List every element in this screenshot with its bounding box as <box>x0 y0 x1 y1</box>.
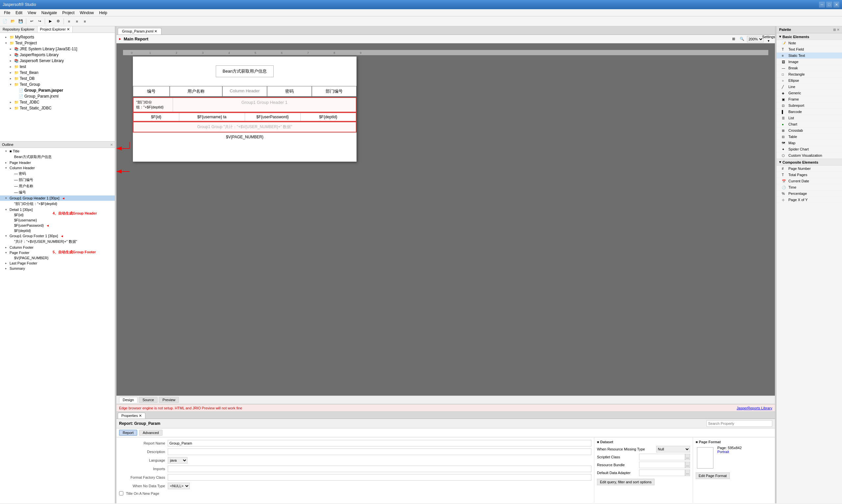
palette-spiderchart[interactable]: ✦ Spider Chart <box>776 146 842 152</box>
outline-bianho-item[interactable]: — 编号 <box>0 189 115 196</box>
menu-edit[interactable]: Edit <box>13 10 25 16</box>
outline-detail1-item[interactable]: ▾ Detail 1 [30px] <box>0 207 115 212</box>
input-dataadapter[interactable] <box>639 469 685 476</box>
palette-pagexy[interactable]: ⊹ Page X of Y <box>776 197 842 203</box>
col-header-4[interactable]: 部门编号 <box>312 86 357 96</box>
tab-preview[interactable]: Preview <box>159 397 179 403</box>
outline-colfooter-item[interactable]: ▸ Column Footer <box>0 245 115 250</box>
menu-view[interactable]: View <box>25 10 39 16</box>
palette-time[interactable]: 🕐 Time <box>776 184 842 191</box>
composite-elements-section[interactable]: ▾ Composite Elements <box>776 159 842 166</box>
menu-help[interactable]: Help <box>97 10 110 16</box>
outline-group1header-item[interactable]: ▾ Group1 Group Header 1 [30px] ◄ <box>0 196 115 201</box>
tree-item-teststaticjdbc[interactable]: ▸📁 Test_Static_JDBC <box>0 105 115 111</box>
select-language[interactable]: java groovy <box>168 457 188 464</box>
menu-file[interactable]: File <box>1 10 13 16</box>
palette-generic[interactable]: ◈ Generic <box>776 90 842 96</box>
zoom-fit-button[interactable]: ⊞ <box>730 35 737 43</box>
outline-summary-item[interactable]: ▸ Summary <box>0 266 115 271</box>
project-explorer-tab[interactable]: Project Explorer ✕ <box>37 26 73 33</box>
settings-button[interactable]: Settings ▾ <box>765 35 772 43</box>
run-button[interactable]: ▶ <box>47 18 54 25</box>
undo-button[interactable]: ↩ <box>28 18 35 25</box>
props-subtab-report[interactable]: Report <box>119 430 137 436</box>
palette-statictext[interactable]: ≡ Static Text <box>776 53 842 59</box>
tree-item-test[interactable]: ▸📁 test <box>0 64 115 70</box>
input-resourcebundle[interactable] <box>639 462 685 468</box>
palette-ellipse[interactable]: ○ Ellipse <box>776 77 842 84</box>
tree-item-groupparam-jrxml[interactable]: 📄 Group_Param.jrxml <box>0 93 115 99</box>
resourcebundle-browse-btn[interactable]: … <box>685 462 690 468</box>
tree-item-testdb[interactable]: ▸📁 Test_DB <box>0 76 115 82</box>
detail-cell-deptid[interactable]: $F{deptId} <box>300 113 356 121</box>
palette-table[interactable]: ⊟ Table <box>776 134 842 140</box>
outline-deptnumber-item[interactable]: — 部门编号 <box>0 177 115 183</box>
outline-bean-item[interactable]: Bean方式获取用户信息 <box>0 154 115 160</box>
outline-deptid-expr[interactable]: "部门ID分组："+$F{deptId} <box>0 201 115 207</box>
input-description[interactable] <box>168 449 591 455</box>
tree-item-jre-lib[interactable]: ▸📚 JRE System Library [JavaSE-11] <box>0 46 115 52</box>
col-header-2[interactable]: 用户名称 <box>170 86 222 96</box>
editor-tab-groupparam[interactable]: Group_Param.jrxml ✕ <box>118 28 161 35</box>
palette-percentage[interactable]: % Percentage <box>776 191 842 197</box>
select-whennodata[interactable]: <NULL> <box>168 483 190 489</box>
outline-nodata-item[interactable]: ▸ No Data <box>0 271 115 272</box>
palette-subreport[interactable]: ⊡ Subreport <box>776 103 842 109</box>
outline-pagenum-item[interactable]: $V{PAGE_NUMBER} <box>0 255 115 260</box>
palette-totalpages[interactable]: T Total Pages <box>776 172 842 178</box>
tree-item-groupparam-jasper[interactable]: 📄 Group_Param.jasper <box>0 87 115 93</box>
minimize-button[interactable]: ─ <box>819 2 825 7</box>
align-right-button[interactable]: ≡ <box>81 18 88 25</box>
tab-design[interactable]: Design <box>119 397 137 403</box>
palette-currentdate[interactable]: 📅 Current Date <box>776 178 842 184</box>
checkbox-titleonnewpage[interactable] <box>119 491 123 496</box>
menu-project[interactable]: Project <box>59 10 77 16</box>
palette-customvis[interactable]: ⬡ Custom Visualization <box>776 152 842 159</box>
palette-rectangle[interactable]: □ Rectangle <box>776 71 842 77</box>
repository-explorer-tab[interactable]: Repository Explorer <box>0 26 37 33</box>
align-center-button[interactable]: ≡ <box>73 18 81 25</box>
select-missingtype[interactable]: Null <box>656 446 690 452</box>
outline-pagefooter-item[interactable]: ▾ Page Footer <box>0 250 115 255</box>
outline-username-item[interactable]: — 用户名称 <box>0 183 115 189</box>
dataadapter-browse-btn[interactable]: … <box>685 469 690 476</box>
menu-window[interactable]: Window <box>77 10 97 16</box>
outline-lastpagefooter-item[interactable]: ▸ Last Page Footer <box>0 260 115 266</box>
outline-group1footer-item[interactable]: ▾ Group1 Group Footer 1 [30px] ◄ <box>0 233 115 238</box>
group-header-left-cell[interactable]: "部门ID分组："+$F{deptId} <box>134 98 173 112</box>
edit-page-format-btn[interactable]: Edit Page Format <box>695 472 730 479</box>
basic-elements-section[interactable]: ▾ Basic Elements <box>776 33 842 40</box>
maximize-button[interactable]: □ <box>826 2 832 7</box>
detail-cell-username[interactable]: $F{username} ta <box>179 113 245 121</box>
open-button[interactable]: 📂 <box>9 18 16 25</box>
zoom-select[interactable]: 200% 150% 100% <box>747 36 764 42</box>
palette-note[interactable]: 📝 Note <box>776 40 842 46</box>
palette-image[interactable]: 🖼 Image <box>776 59 842 65</box>
report-canvas-area[interactable]: 0 1 2 3 4 5 6 7 8 9 Bean方式获取用户信息 <box>117 43 775 396</box>
properties-tab[interactable]: Properties ✕ <box>118 413 145 418</box>
scriptlet-browse-btn[interactable]: … <box>685 454 690 460</box>
palette-frame[interactable]: ▣ Frame <box>776 96 842 103</box>
title-text-box[interactable]: Bean方式获取用户信息 <box>216 66 274 77</box>
palette-chart[interactable]: ● Chart <box>776 121 842 127</box>
outline-fdeptid-item[interactable]: $F{deptId} <box>0 228 115 233</box>
palette-pagenumber[interactable]: # Page Number <box>776 166 842 172</box>
outline-title-item[interactable]: ▾■ Title <box>0 148 115 154</box>
input-scriptlet[interactable] <box>639 454 685 460</box>
palette-line[interactable]: ╱ Line <box>776 84 842 90</box>
palette-map[interactable]: 🗺 Map <box>776 140 842 146</box>
redo-button[interactable]: ↪ <box>36 18 43 25</box>
outline-total-expr[interactable]: "共计："+$V{USER_NUMBER}+" 数据" <box>0 238 115 245</box>
tree-item-test-project[interactable]: ▾📁 Test_Project <box>0 40 115 46</box>
menu-navigate[interactable]: Navigate <box>39 10 59 16</box>
new-button[interactable]: 📄 <box>1 18 8 25</box>
input-formatfactory[interactable] <box>168 474 591 481</box>
tree-item-testbean[interactable]: ▸📁 Test_Bean <box>0 70 115 76</box>
save-button[interactable]: 💾 <box>17 18 24 25</box>
outline-fid-item[interactable]: $F{id} <box>0 212 115 217</box>
tab-source[interactable]: Source <box>139 397 157 403</box>
outline-colheader-item[interactable]: ▾ Column Header <box>0 165 115 170</box>
tree-item-jasperreports-lib[interactable]: ▸📚 JasperReports Library <box>0 52 115 58</box>
outline-mima-item[interactable]: — 密码 <box>0 170 115 177</box>
input-imports[interactable] <box>168 466 591 472</box>
